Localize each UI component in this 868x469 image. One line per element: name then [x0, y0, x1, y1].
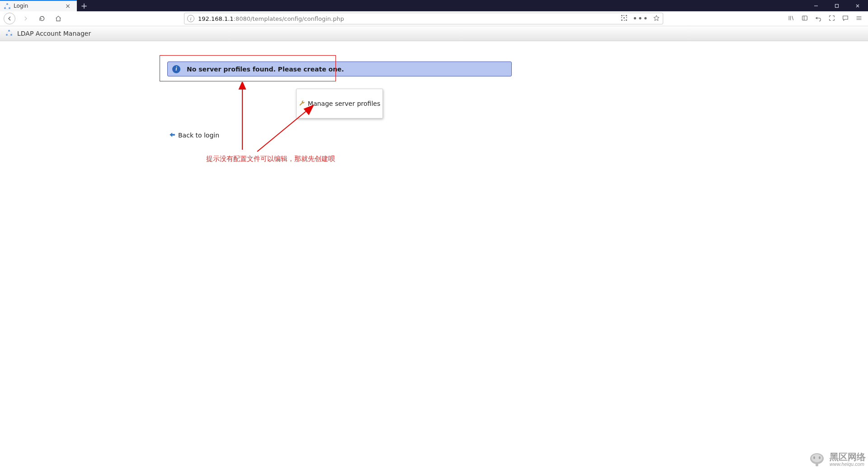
info-icon: i — [172, 65, 180, 73]
nav-home-button[interactable] — [52, 13, 64, 24]
svg-line-13 — [257, 109, 309, 152]
browser-nav-bar: i 192.168.1.1:8080/templates/config/conf… — [0, 11, 868, 26]
annotation-arrow-to-notice — [237, 82, 248, 150]
svg-rect-6 — [626, 17, 627, 18]
svg-rect-19 — [816, 463, 818, 466]
browser-tab-strip: Login × + — [0, 0, 868, 11]
svg-rect-7 — [621, 19, 623, 21]
page-content: i No server profiles found. Please creat… — [0, 41, 868, 62]
new-tab-button[interactable]: + — [77, 0, 91, 11]
address-bar[interactable]: i 192.168.1.1:8080/templates/config/conf… — [184, 13, 663, 24]
chat-icon[interactable] — [842, 14, 849, 23]
svg-rect-3 — [626, 15, 627, 16]
tab-favicon — [4, 3, 10, 9]
back-to-login-label: Back to login — [178, 132, 219, 139]
svg-point-15 — [810, 453, 824, 464]
qr-icon[interactable] — [621, 14, 628, 23]
window-maximize-button[interactable] — [826, 0, 847, 11]
sidebar-icon[interactable] — [801, 14, 808, 23]
tab-close-button[interactable]: × — [63, 2, 72, 9]
svg-rect-8 — [624, 20, 625, 21]
svg-rect-1 — [621, 15, 623, 16]
svg-rect-9 — [626, 19, 627, 21]
app-title: LDAP Account Manager — [17, 30, 91, 37]
nav-reload-button[interactable] — [36, 13, 48, 24]
notice-message: i No server profiles found. Please creat… — [167, 62, 512, 76]
watermark: 黑区网络 www.heiqu.com — [808, 452, 866, 467]
undo-icon[interactable] — [815, 14, 822, 23]
screenshot-icon[interactable] — [828, 14, 835, 23]
hamburger-menu-icon[interactable] — [855, 14, 863, 23]
svg-point-17 — [813, 456, 815, 459]
notice-text: No server profiles found. Please create … — [187, 66, 344, 73]
page-viewport: LDAP Account Manager i No server profile… — [0, 26, 868, 469]
svg-rect-2 — [623, 15, 624, 16]
window-minimize-button[interactable] — [806, 0, 826, 11]
svg-rect-4 — [621, 17, 622, 18]
svg-marker-12 — [239, 82, 245, 89]
site-info-icon[interactable]: i — [187, 15, 194, 22]
nav-forward-button[interactable] — [20, 13, 32, 24]
back-arrow-icon — [169, 132, 175, 139]
watermark-logo-icon — [808, 452, 826, 467]
browser-tab[interactable]: Login × — [0, 0, 77, 11]
svg-rect-10 — [802, 16, 807, 20]
window-close-button[interactable] — [847, 0, 868, 11]
app-header: LDAP Account Manager — [0, 26, 868, 41]
window-controls — [806, 0, 868, 11]
svg-rect-5 — [623, 17, 625, 19]
nav-back-button[interactable] — [4, 13, 15, 24]
svg-point-16 — [811, 454, 822, 462]
watermark-name: 黑区网络 — [830, 452, 866, 461]
back-to-login-link[interactable]: Back to login — [169, 132, 219, 139]
annotation-arrow-to-manage — [255, 104, 314, 153]
tab-title: Login — [14, 3, 60, 9]
url-text: 192.168.1.1:8080/templates/config/conflo… — [198, 15, 344, 22]
browser-toolbar-right — [788, 14, 864, 23]
svg-rect-0 — [835, 4, 839, 7]
page-actions-icon[interactable]: ••• — [632, 14, 648, 23]
active-tab-indicator — [0, 0, 77, 1]
bookmark-star-icon[interactable] — [653, 14, 660, 23]
manage-profiles-label: Manage server profiles — [308, 100, 380, 107]
library-icon[interactable] — [788, 14, 795, 23]
watermark-url: www.heiqu.com — [830, 461, 866, 467]
svg-marker-14 — [304, 105, 313, 114]
annotation-text: 提示没有配置文件可以编辑，那就先创建呗 — [206, 155, 335, 163]
svg-point-18 — [819, 456, 821, 459]
app-logo-icon — [5, 29, 14, 38]
